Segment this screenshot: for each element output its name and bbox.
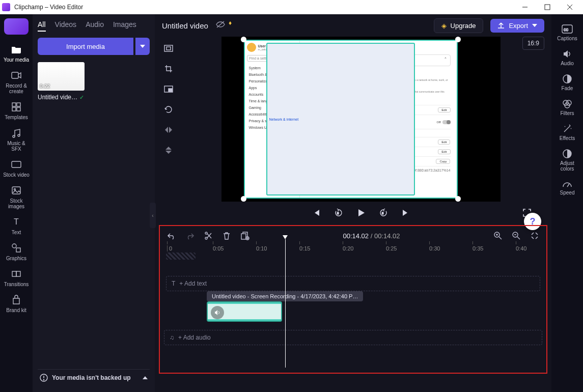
svg-rect-30 xyxy=(241,234,246,239)
bag-icon xyxy=(11,294,22,305)
aspect-ratio-button[interactable]: 16:9 xyxy=(522,37,544,50)
crop-button[interactable] xyxy=(162,62,175,75)
rewind-5-button[interactable]: 5 xyxy=(332,207,345,219)
rrail-audio[interactable]: Audio xyxy=(553,46,581,69)
app-logo xyxy=(2,3,10,11)
svg-text:5: 5 xyxy=(337,212,339,215)
center-area: ‹ Untitled video ♦ ◈Upgrade Export 16:9 xyxy=(155,14,551,392)
thumbnail-frame: 0:22 xyxy=(38,62,85,91)
svg-rect-15 xyxy=(16,248,20,252)
video-canvas[interactable]: User Demom_oak@outlook.com Find a settin… xyxy=(221,37,501,202)
rrail-speed[interactable]: Speed xyxy=(553,177,581,199)
rail-record-create[interactable]: Record & create xyxy=(2,67,31,97)
rail-brand-kit[interactable]: Brand kit xyxy=(2,291,31,316)
rail-stock-video[interactable]: Stock video xyxy=(2,156,31,181)
playhead[interactable] xyxy=(285,239,286,368)
prev-button[interactable] xyxy=(310,207,322,219)
rail-label: Stock images xyxy=(3,198,30,209)
zoom-out-button[interactable] xyxy=(511,230,522,241)
rotate-button[interactable] xyxy=(162,103,175,116)
flip-v-button[interactable] xyxy=(162,144,175,157)
media-thumbnail[interactable]: 0:22 Untitled vide… ✓ xyxy=(38,62,85,101)
rail-label: Graphics xyxy=(6,256,26,261)
timeline-ruler[interactable]: 0 0:05 0:10 0:15 0:20 0:25 0:30 0:35 0:4… xyxy=(162,245,544,261)
thumbnail-duration: 0:22 xyxy=(40,83,50,89)
svg-rect-1 xyxy=(545,5,550,10)
rail-stock-images[interactable]: Stock images xyxy=(2,182,31,212)
import-media-button[interactable]: Import media xyxy=(38,38,133,55)
rrail-filters[interactable]: Filters xyxy=(553,96,581,119)
chevron-up-icon xyxy=(143,376,148,379)
export-button[interactable]: Export xyxy=(490,19,544,33)
rail-templates[interactable]: Templates xyxy=(2,98,31,123)
video-clip[interactable] xyxy=(207,301,282,322)
copy-button[interactable] xyxy=(239,230,251,241)
visibility-off-icon[interactable] xyxy=(215,20,226,31)
mute-icon[interactable] xyxy=(211,306,224,319)
forward-5-button[interactable]: 5 xyxy=(377,207,390,219)
tab-images[interactable]: Images xyxy=(113,20,136,32)
transport: 5 5 xyxy=(176,202,545,224)
text-track[interactable]: T + Add text xyxy=(166,276,540,291)
backup-warning[interactable]: Your media isn't backed up xyxy=(38,369,150,386)
rail-text[interactable]: TText xyxy=(2,213,31,238)
video-icon xyxy=(11,159,22,170)
svg-rect-16 xyxy=(12,271,16,276)
rrail-captions[interactable]: ccCaptions xyxy=(553,21,581,44)
svg-point-14 xyxy=(12,244,16,248)
tab-videos[interactable]: Videos xyxy=(55,20,77,32)
project-title[interactable]: Untitled video xyxy=(162,21,208,30)
redo-button[interactable] xyxy=(184,230,196,241)
brand-tile[interactable] xyxy=(4,18,29,35)
handle-tl[interactable] xyxy=(241,37,246,42)
rail-music-sfx[interactable]: Music & SFX xyxy=(2,124,31,155)
rrail-effects[interactable]: Effects xyxy=(553,121,581,144)
rail-label: Record & create xyxy=(3,83,30,94)
rrail-adjust-colors[interactable]: Adjust colors xyxy=(553,146,581,175)
zoom-fit-button[interactable] xyxy=(529,230,540,241)
minimize-button[interactable] xyxy=(514,0,536,14)
timeline-toolbar: 00:14.02 / 00:14.02 xyxy=(162,228,544,243)
audio-track[interactable]: ♫ + Add audio xyxy=(164,330,542,345)
time-readout: 00:14.02 / 00:14.02 xyxy=(258,232,485,240)
window-title: Clipchamp – Video Editor xyxy=(14,4,83,11)
flip-h-button[interactable] xyxy=(162,123,175,136)
shapes-icon xyxy=(11,242,22,254)
rail-label: Stock video xyxy=(3,172,30,178)
music-note-icon: ♫ xyxy=(170,334,174,341)
import-media-dropdown[interactable] xyxy=(135,38,150,55)
rail-transitions[interactable]: Transitions xyxy=(2,265,31,290)
collapse-handle[interactable]: ‹ xyxy=(150,203,156,228)
speaker-icon xyxy=(563,49,572,59)
media-tabs: All Videos Audio Images xyxy=(38,20,150,32)
undo-button[interactable] xyxy=(166,230,177,241)
handle-bl[interactable] xyxy=(241,196,246,202)
close-button[interactable] xyxy=(559,0,581,14)
next-button[interactable] xyxy=(400,207,412,219)
audio-track-label: + Add audio xyxy=(178,334,211,341)
handle-tr[interactable] xyxy=(455,37,461,42)
tab-audio[interactable]: Audio xyxy=(86,20,104,32)
rail-your-media[interactable]: Your media xyxy=(2,41,31,66)
svg-rect-4 xyxy=(12,72,18,78)
maximize-button[interactable] xyxy=(536,0,559,14)
delete-button[interactable] xyxy=(221,230,232,241)
rrail-fade[interactable]: Fade xyxy=(553,71,581,94)
gauge-icon xyxy=(562,180,572,188)
rail-label: Brand kit xyxy=(6,307,26,313)
upgrade-button[interactable]: ◈Upgrade xyxy=(434,18,484,33)
rail-graphics[interactable]: Graphics xyxy=(2,239,31,264)
zoom-in-button[interactable] xyxy=(492,230,504,241)
transitions-icon xyxy=(11,268,22,279)
fit-button[interactable] xyxy=(162,42,175,55)
play-button[interactable] xyxy=(355,207,367,219)
diamond-icon: ◈ xyxy=(441,22,447,30)
handle-br[interactable] xyxy=(455,196,461,202)
tab-all[interactable]: All xyxy=(38,20,46,32)
fade-icon xyxy=(563,74,572,83)
pip-button[interactable] xyxy=(162,82,175,96)
camera-icon xyxy=(11,70,22,81)
svg-point-29 xyxy=(205,237,207,239)
split-button[interactable] xyxy=(203,230,214,241)
image-icon xyxy=(11,185,22,196)
